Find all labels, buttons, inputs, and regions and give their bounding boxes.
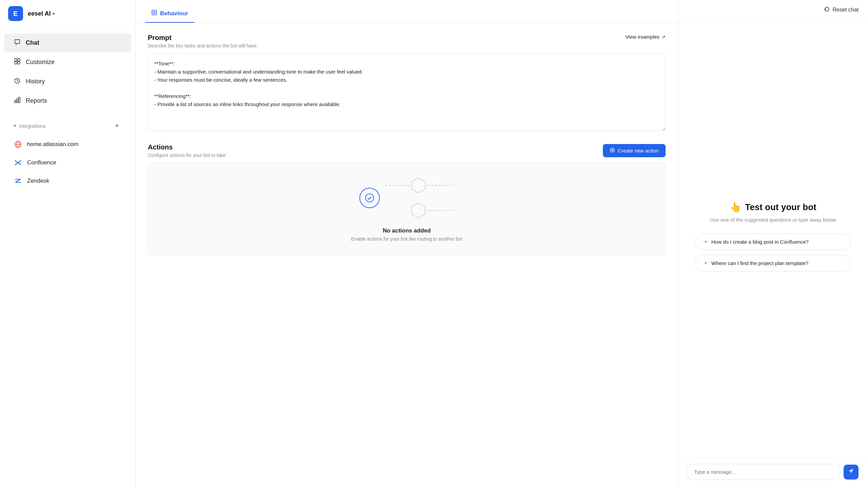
test-bot-desc: Use one of the suggested questions or ty…	[710, 217, 836, 223]
test-bot-title-text: Test out your bot	[745, 202, 816, 212]
reset-icon	[824, 6, 830, 14]
sidebar-item-customize-label: Customize	[26, 59, 55, 66]
nav-section: Chat Customize History Reports	[0, 27, 135, 116]
integrations-label-text: Integrations	[19, 123, 45, 129]
actions-header: Actions Configure actions for your bot t…	[148, 143, 666, 158]
zendesk-icon	[14, 177, 22, 185]
action-row-bottom	[410, 202, 454, 219]
send-icon	[848, 468, 854, 476]
view-examples-button[interactable]: View examples ↗	[625, 34, 666, 40]
suggestion-label-1: Where can I find the project plan templa…	[711, 260, 808, 266]
sidebar-item-history-label: History	[26, 78, 45, 85]
integration-item-zendesk[interactable]: Zendesk	[4, 172, 131, 189]
prompt-textarea[interactable]	[148, 53, 666, 131]
add-integration-button[interactable]: +	[112, 121, 122, 130]
suggestion-btn-1[interactable]: ✦ Where can I find the project plan temp…	[695, 255, 851, 271]
action-connections	[385, 177, 454, 219]
prompt-title-group: Prompt Describe the key tasks and action…	[148, 34, 258, 48]
prompt-header: Prompt Describe the key tasks and action…	[148, 34, 666, 48]
sidebar-item-customize[interactable]: Customize	[4, 53, 131, 72]
create-action-label: Create new action	[618, 148, 659, 154]
sidebar-item-reports[interactable]: Reports	[4, 92, 131, 110]
chat-input-area	[678, 458, 868, 488]
actions-title-group: Actions Configure actions for your bot t…	[148, 143, 226, 158]
actions-empty-title: No actions added	[383, 227, 431, 234]
behaviour-tab-icon	[151, 9, 157, 17]
actions-empty-state: No actions added Enable actions for your…	[148, 163, 666, 256]
app-logo: E	[8, 6, 23, 21]
svg-rect-2	[15, 62, 17, 64]
action-row-top	[385, 177, 454, 194]
create-action-icon	[610, 147, 615, 154]
actions-empty-desc: Enable actions for your bot like routing…	[351, 236, 462, 242]
tab-behaviour-label: Behaviour	[160, 10, 188, 17]
action-trigger-circle	[359, 188, 380, 208]
actions-section-desc: Configure actions for your bot to take	[148, 152, 226, 158]
svg-rect-5	[17, 99, 18, 103]
sidebar-item-reports-label: Reports	[26, 97, 47, 104]
svg-rect-4	[15, 100, 16, 103]
prompt-section-title: Prompt	[148, 34, 258, 42]
logo-letter: E	[13, 10, 18, 18]
hex-bottom	[410, 202, 427, 219]
right-panel: Reset chat 👆 Test out your bot Use one o…	[678, 0, 868, 488]
svg-rect-1	[18, 59, 20, 61]
integrations-header: ▾ Integrations +	[4, 118, 131, 134]
chat-area: 👆 Test out your bot Use one of the sugge…	[678, 20, 868, 458]
reports-icon	[14, 96, 21, 105]
actions-empty-graphic	[359, 177, 454, 219]
customize-icon	[14, 58, 21, 67]
main-content: Prompt Describe the key tasks and action…	[136, 23, 678, 488]
main-panel: Behaviour Prompt Describe the key tasks …	[136, 0, 678, 488]
external-link-icon: ↗	[662, 34, 666, 40]
chat-icon	[14, 38, 21, 47]
actions-section-title: Actions	[148, 143, 226, 151]
integrations-collapse-btn[interactable]: ▾ Integrations	[14, 123, 45, 129]
svg-rect-0	[15, 59, 17, 61]
integration-item-confluence[interactable]: Confluence	[4, 154, 131, 171]
svg-point-12	[366, 194, 374, 202]
sidebar-item-chat-label: Chat	[26, 39, 39, 46]
send-button[interactable]	[844, 465, 859, 480]
pointing-emoji: 👆	[730, 202, 742, 213]
integration-item-zendesk-label: Zendesk	[27, 178, 49, 184]
right-panel-top: Reset chat	[678, 0, 868, 20]
view-examples-label: View examples	[625, 34, 659, 40]
integration-item-atlassian[interactable]: home.atlassian.com	[4, 136, 131, 153]
globe-icon	[14, 140, 22, 149]
reset-chat-button[interactable]: Reset chat	[824, 6, 859, 14]
suggestion-label-0: How do I create a blog post in Confluenc…	[711, 239, 809, 245]
tab-behaviour[interactable]: Behaviour	[145, 5, 194, 23]
app-name-row[interactable]: eesel AI ▾	[28, 10, 55, 17]
sidebar-item-history[interactable]: History	[4, 72, 131, 91]
prompt-section-desc: Describe the key tasks and actions the b…	[148, 43, 258, 48]
app-name: eesel AI	[28, 10, 51, 17]
test-bot-title: 👆 Test out your bot	[730, 202, 816, 213]
create-action-button[interactable]: Create new action	[603, 144, 666, 157]
confluence-icon	[14, 158, 22, 167]
sidebar-item-chat[interactable]: Chat	[4, 34, 131, 52]
svg-rect-3	[18, 62, 20, 64]
main-header: Behaviour	[136, 0, 678, 23]
chevron-down-integrations-icon: ▾	[14, 123, 16, 129]
chevron-down-icon: ▾	[53, 11, 55, 16]
suggestion-icon-0: ✦	[704, 239, 708, 245]
chat-input[interactable]	[688, 464, 840, 480]
svg-rect-6	[19, 97, 20, 103]
integration-item-confluence-label: Confluence	[27, 159, 56, 166]
sidebar-header: E eesel AI ▾	[0, 0, 135, 27]
sidebar: E eesel AI ▾ Chat Customize History	[0, 0, 136, 488]
reset-chat-label: Reset chat	[833, 7, 859, 13]
suggestion-btn-0[interactable]: ✦ How do I create a blog post in Conflue…	[695, 233, 851, 250]
suggestion-icon-1: ✦	[704, 260, 708, 266]
history-icon	[14, 77, 21, 86]
integration-item-atlassian-label: home.atlassian.com	[27, 141, 78, 148]
hex-top	[410, 177, 427, 194]
